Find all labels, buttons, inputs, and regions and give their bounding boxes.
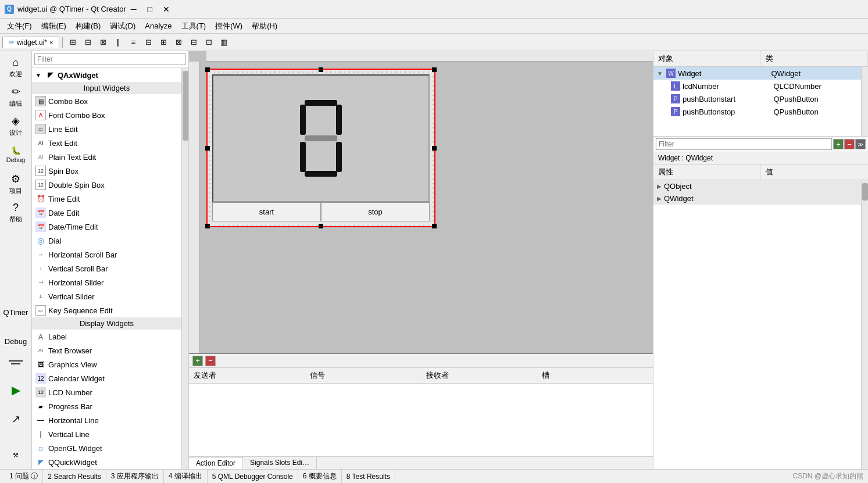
filter-more-btn[interactable]: ≫ [855,139,866,149]
filter-add-btn[interactable]: + [833,139,844,149]
sidebar-run[interactable]: ▶ [1,376,30,404]
tree-date-edit[interactable]: 📅 Date Edit [32,206,181,220]
right-tree-scrollbar[interactable] [861,67,868,136]
tree-v-line[interactable]: | Vertical Line [32,427,181,441]
tree-opengl[interactable]: ◻ OpenGL Widget [32,441,181,455]
menu-build[interactable]: 构建(B) [71,20,105,33]
tree-lcd[interactable]: 12 LCD Number [32,385,181,399]
sidebar-design[interactable]: ◈ 设计 [1,112,30,139]
menu-help[interactable]: 帮助(H) [247,20,282,33]
tree-progress[interactable]: ▰ Progress Bar [32,399,181,413]
stop-button[interactable]: stop [321,202,430,221]
toolbar-btn-5[interactable]: ≡ [126,36,140,49]
tree-double-spin[interactable]: 12 Double Spin Box [32,178,181,192]
step-icon[interactable] [11,363,20,364]
menu-controls[interactable]: 控件(W) [210,20,247,33]
tree-graphics-view[interactable]: 🖼 Graphics View [32,357,181,371]
status-test[interactable]: 8 Test Results [342,470,395,483]
filter-remove-btn[interactable]: − [844,139,855,149]
status-app-output[interactable]: 3 应用程序输出 [106,470,164,483]
status-qml-debug[interactable]: 5 QML Debugger Console [208,470,298,483]
toolbar-btn-3[interactable]: ⊠ [96,36,110,49]
tree-spin-box[interactable]: 12 Spin Box [32,164,181,178]
tree-time-edit[interactable]: ⏰ Time Edit [32,192,181,206]
obj-lcd[interactable]: L lcdNumber QLCDNumber [653,80,861,92]
obj-widget[interactable]: ▼ W Widget QWidget [653,67,861,80]
resize-tl[interactable] [205,67,210,72]
tree-key-seq[interactable]: ▭ Key Sequence Edit [32,303,181,317]
tree-text-edit[interactable]: AI Text Edit [32,136,181,150]
widget-panel-scrollbar[interactable] [181,68,188,469]
widget-filter-input[interactable] [34,53,186,65]
status-search[interactable]: 2 Search Results [43,470,106,483]
tree-h-slider[interactable]: ⊣ Horizontal Slider [32,276,181,289]
sidebar-qtimer[interactable]: QTimer [1,298,30,326]
toolbar-btn-7[interactable]: ⊞ [156,36,170,49]
tree-font-combo[interactable]: A Font Combo Box [32,108,181,122]
tree-plain-text[interactable]: AI Plain Text Edit [32,150,181,164]
sidebar-project[interactable]: ⚙ 项目 [1,170,30,198]
menu-analyze[interactable]: Analyze [140,20,176,31]
sidebar-help[interactable]: ? 帮助 [1,199,30,227]
tree-combo-box[interactable]: ▤ Combo Box [32,94,181,108]
add-connection-btn[interactable]: + [192,356,203,366]
right-filter-input[interactable] [656,138,832,150]
toolbar-btn-2[interactable]: ⊟ [81,36,95,49]
status-overview[interactable]: 6 概要信息 [298,470,342,483]
tree-v-scroll[interactable]: ↕ Vertical Scroll Bar [32,262,181,276]
resize-ml[interactable] [205,146,210,151]
tree-datetime-edit[interactable]: 📅 Date/Time Edit [32,220,181,234]
props-scrollbar[interactable] [861,180,868,469]
menu-edit[interactable]: 编辑(E) [37,20,71,33]
toolbar-btn-10[interactable]: ⊡ [202,36,216,49]
prop-qwidget-section[interactable]: ▶ QWidget [653,192,861,205]
status-problems[interactable]: 1 问题 ⓘ [5,470,43,483]
toolbar-btn-6[interactable]: ⊟ [141,36,155,49]
run-icon[interactable] [9,360,23,362]
tree-h-scroll[interactable]: ↔ Horizontal Scroll Bar [32,248,181,262]
obj-btn-stop[interactable]: P pushButtonstop QPushButton [653,105,861,118]
tree-label[interactable]: A Label [32,330,181,344]
tab-signals-slots[interactable]: Signals Slots Edi… [243,457,317,469]
resize-mr[interactable] [432,146,437,151]
widget-scrollbar-thumb[interactable] [183,71,188,141]
sidebar-welcome[interactable]: ⌂ 欢迎 [1,53,30,81]
tab-close-btn[interactable]: × [49,39,53,46]
menu-tools[interactable]: 工具(T) [177,20,211,33]
active-tab[interactable]: ✏ widget.ui* × [2,37,59,48]
tree-dial[interactable]: ◎ Dial [32,234,181,248]
tree-v-slider[interactable]: ⊥ Vertical Slider [32,289,181,303]
resize-bc[interactable] [319,224,323,228]
tree-calendar[interactable]: 12 Calendar Widget [32,371,181,385]
obj-btn-start[interactable]: P pushButtonstart QPushButton [653,92,861,105]
sidebar-step[interactable]: ↗ [1,405,30,433]
sidebar-more[interactable]: ⚒ [1,441,30,469]
toolbar-btn-1[interactable]: ⊞ [66,36,80,49]
sidebar-debug2[interactable]: Debug [1,327,30,355]
toolbar-btn-4[interactable]: ‖ [111,36,125,49]
remove-connection-btn[interactable]: − [205,356,216,366]
menu-file[interactable]: 文件(F) [2,20,37,33]
close-button[interactable]: ✕ [159,3,174,16]
sidebar-debug[interactable]: 🐛 Debug [1,141,30,169]
resize-tc[interactable] [319,67,323,72]
tree-root[interactable]: ▼ ◤ QAxWidget [32,68,181,82]
prop-qobject-section[interactable]: ▶ QObject [653,180,861,192]
resize-br[interactable] [432,224,437,228]
start-button[interactable]: start [212,202,321,221]
menu-debug[interactable]: 调试(D) [105,20,140,33]
status-compile[interactable]: 4 编译输出 [164,470,208,483]
tree-qquick[interactable]: ◤ QQuickWidget [32,455,181,469]
toolbar-btn-9[interactable]: ⊟ [187,36,201,49]
tree-line-edit[interactable]: ▭ Line Edit [32,122,181,136]
tab-action-editor[interactable]: Action Editor [189,457,243,469]
toolbar-btn-11[interactable]: ▥ [217,36,231,49]
maximize-button[interactable]: □ [142,3,158,16]
minimize-button[interactable]: ─ [126,3,141,16]
sidebar-edit[interactable]: ✏ 编辑 [1,83,30,110]
resize-tr[interactable] [432,67,437,72]
toolbar-btn-8[interactable]: ⊠ [172,36,185,49]
props-scroll-thumb[interactable] [862,183,868,201]
tree-text-browser[interactable]: AI Text Browser [32,344,181,357]
resize-bl[interactable] [205,224,210,228]
